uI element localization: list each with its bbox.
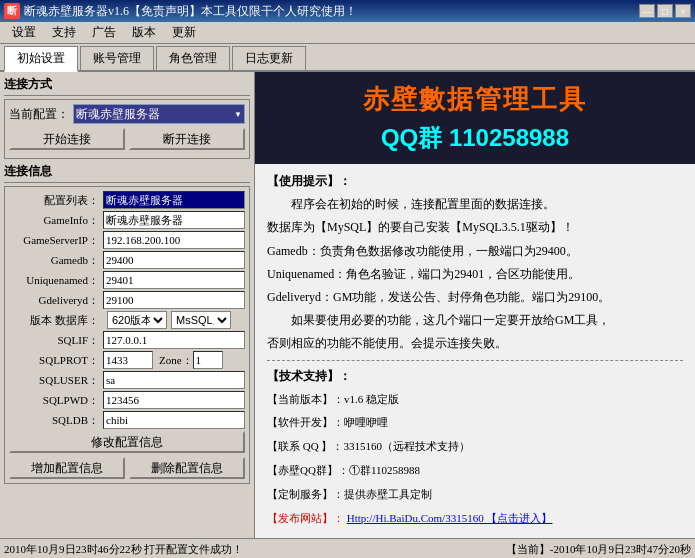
gamedb-label: Gamedb： <box>9 253 99 268</box>
banner-title: 赤壁數据管理工具 <box>270 82 680 117</box>
tab-log-update[interactable]: 日志更新 <box>232 46 306 70</box>
menu-ad[interactable]: 广告 <box>84 22 124 43</box>
tab-role-management[interactable]: 角色管理 <box>156 46 230 70</box>
current-config-label: 当前配置： <box>9 106 69 123</box>
info-text-area: 【使用提示】： 程序会在初始的时候，连接配置里面的数据连接。 数据库为【MySQ… <box>255 164 695 538</box>
gameserverip-value: 192.168.200.100 <box>106 234 180 246</box>
support-line-1: 【软件开发】：咿哩咿哩 <box>267 413 683 433</box>
support-line-0: 【当前版本】：v1.6 稳定版 <box>267 390 683 410</box>
tab-bar: 初始设置 账号管理 角色管理 日志更新 <box>0 44 695 72</box>
gameinfo-label: GameInfo： <box>9 213 99 228</box>
sqlprot-field[interactable]: 1433 <box>103 351 153 369</box>
tab-account-management[interactable]: 账号管理 <box>80 46 154 70</box>
support-website-link[interactable]: Http://Hi.BaiDu.Com/3315160 【点击进入】 <box>347 512 553 524</box>
zone-label: Zone： <box>159 353 193 368</box>
banner: 赤壁數据管理工具 QQ群 110258988 <box>255 72 695 164</box>
support-line-2: 【联系 QQ 】：3315160（远程技术支持） <box>267 437 683 457</box>
db-select[interactable]: MsSQL库 <box>171 311 231 329</box>
sqluser-field[interactable]: sa <box>103 371 245 389</box>
support-line-5[interactable]: 【发布网站】： Http://Hi.BaiDu.Com/3315160 【点击进… <box>267 509 683 529</box>
minimize-button[interactable]: — <box>639 4 655 18</box>
sqlprot-label: SQLPROT： <box>9 353 99 368</box>
menu-update[interactable]: 更新 <box>164 22 204 43</box>
dropdown-arrow-icon: ▼ <box>234 110 242 119</box>
config-list-value: 断魂赤壁服务器 <box>106 193 183 208</box>
menu-version[interactable]: 版本 <box>124 22 164 43</box>
config-list-row: 配置列表： 断魂赤壁服务器 <box>9 191 245 209</box>
tip-line-4: Gdeliveryd：GM功能，发送公告、封停角色功能。端口为29100。 <box>267 288 683 307</box>
tip-line-5: 如果要使用必要的功能，这几个端口一定要开放给GM工具， <box>267 311 683 330</box>
right-panel: 赤壁數据管理工具 QQ群 110258988 【使用提示】： 程序会在初始的时候… <box>255 72 695 538</box>
sqluser-value: sa <box>106 374 115 386</box>
app-icon: 断 <box>4 3 20 19</box>
menu-bar: 设置 支持 广告 版本 更新 <box>0 22 695 44</box>
status-right: 【当前】-2010年10月9日23时47分20秒 <box>506 542 691 557</box>
disconnect-button[interactable]: 断开连接 <box>129 128 245 150</box>
window-title: 断魂赤壁服务器v1.6【免责声明】本工具仅限干个人研究使用！ <box>24 3 357 20</box>
tip-line-1: 数据库为【MySQL】的要自己安装【MySQL3.5.1驱动】！ <box>267 218 683 237</box>
modify-config-button[interactable]: 修改配置信息 <box>9 431 245 453</box>
current-config-dropdown[interactable]: 断魂赤壁服务器 ▼ <box>73 104 245 124</box>
config-list-label: 配置列表： <box>9 193 99 208</box>
sqlif-field[interactable]: 127.0.0.1 <box>103 331 245 349</box>
uniquenamed-field[interactable]: 29401 <box>103 271 245 289</box>
support-block: 【当前版本】：v1.6 稳定版 【软件开发】：咿哩咿哩 【联系 QQ 】：331… <box>267 390 683 529</box>
main-content: 连接方式 当前配置： 断魂赤壁服务器 ▼ 开始连接 断开连接 连接信息 配置列表… <box>0 72 695 538</box>
gdeliveryd-label: Gdeliveryd： <box>9 293 99 308</box>
add-config-button[interactable]: 增加配置信息 <box>9 457 125 479</box>
sqlif-label: SQLIF： <box>9 333 99 348</box>
sqlif-row: SQLIF： 127.0.0.1 <box>9 331 245 349</box>
version-label: 版本 数据库： <box>9 313 99 328</box>
sqlprot-row: SQLPROT： 1433 Zone： 1 <box>9 351 245 369</box>
support-line-4: 【定制服务】：提供赤壁工具定制 <box>267 485 683 505</box>
gameinfo-value: 断魂赤壁服务器 <box>106 213 183 228</box>
banner-subtitle: QQ群 110258988 <box>270 122 680 154</box>
uniquenamed-label: Uniquenamed： <box>9 273 99 288</box>
title-bar-left: 断 断魂赤壁服务器v1.6【免责声明】本工具仅限干个人研究使用！ <box>4 3 357 20</box>
sqlpwd-field[interactable]: 123456 <box>103 391 245 409</box>
sqlif-value: 127.0.0.1 <box>106 334 147 346</box>
zone-field[interactable]: 1 <box>193 351 223 369</box>
status-bar: 2010年10月9日23时46分22秒 打开配置文件成功！ 【当前】-2010年… <box>0 538 695 558</box>
version-select[interactable]: 620版本 <box>107 311 167 329</box>
delete-config-button[interactable]: 删除配置信息 <box>129 457 245 479</box>
sqldb-label: SQLDB： <box>9 413 99 428</box>
gameserverip-row: GameServerIP： 192.168.200.100 <box>9 231 245 249</box>
connect-button[interactable]: 开始连接 <box>9 128 125 150</box>
config-select-row: 当前配置： 断魂赤壁服务器 ▼ <box>9 104 245 124</box>
zone-value: 1 <box>196 354 202 366</box>
sqldb-field[interactable]: chibi <box>103 411 245 429</box>
menu-support[interactable]: 支持 <box>44 22 84 43</box>
gdeliveryd-field[interactable]: 29100 <box>103 291 245 309</box>
tip-line-6: 否则相应的功能不能使用。会提示连接失败。 <box>267 334 683 353</box>
gdeliveryd-row: Gdeliveryd： 29100 <box>9 291 245 309</box>
sqlpwd-value: 123456 <box>106 394 139 406</box>
config-list-field: 断魂赤壁服务器 <box>103 191 245 209</box>
sqldb-row: SQLDB： chibi <box>9 411 245 429</box>
status-left: 2010年10月9日23时46分22秒 打开配置文件成功！ <box>4 542 243 557</box>
sqluser-row: SQLUSER： sa <box>9 371 245 389</box>
gamedb-row: Gamedb： 29400 <box>9 251 245 269</box>
tip-line-3: Uniquenamed：角色名验证，端口为29401，合区功能使用。 <box>267 265 683 284</box>
tab-initial-settings[interactable]: 初始设置 <box>4 46 78 72</box>
gdeliveryd-value: 29100 <box>106 294 134 306</box>
current-config-value: 断魂赤壁服务器 <box>76 106 160 123</box>
restore-button[interactable]: □ <box>657 4 673 18</box>
gameserverip-field[interactable]: 192.168.200.100 <box>103 231 245 249</box>
title-buttons[interactable]: — □ × <box>639 4 691 18</box>
action-btn-row: 增加配置信息 删除配置信息 <box>9 457 245 479</box>
modify-btn-row: 修改配置信息 <box>9 431 245 453</box>
title-bar: 断 断魂赤壁服务器v1.6【免责声明】本工具仅限干个人研究使用！ — □ × <box>0 0 695 22</box>
gamedb-field[interactable]: 29400 <box>103 251 245 269</box>
gameserverip-label: GameServerIP： <box>9 233 99 248</box>
info-section-title: 连接信息 <box>4 163 250 183</box>
tip-line-2: Gamedb：负责角色数据修改功能使用，一般端口为29400。 <box>267 242 683 261</box>
sqluser-label: SQLUSER： <box>9 373 99 388</box>
menu-settings[interactable]: 设置 <box>4 22 44 43</box>
close-button[interactable]: × <box>675 4 691 18</box>
divider <box>267 360 683 361</box>
support-line-3: 【赤壁QQ群】：①群110258988 <box>267 461 683 481</box>
sqlpwd-label: SQLPWD： <box>9 393 99 408</box>
connect-section: 当前配置： 断魂赤壁服务器 ▼ 开始连接 断开连接 <box>4 99 250 159</box>
gameinfo-row: GameInfo： 断魂赤壁服务器 <box>9 211 245 229</box>
